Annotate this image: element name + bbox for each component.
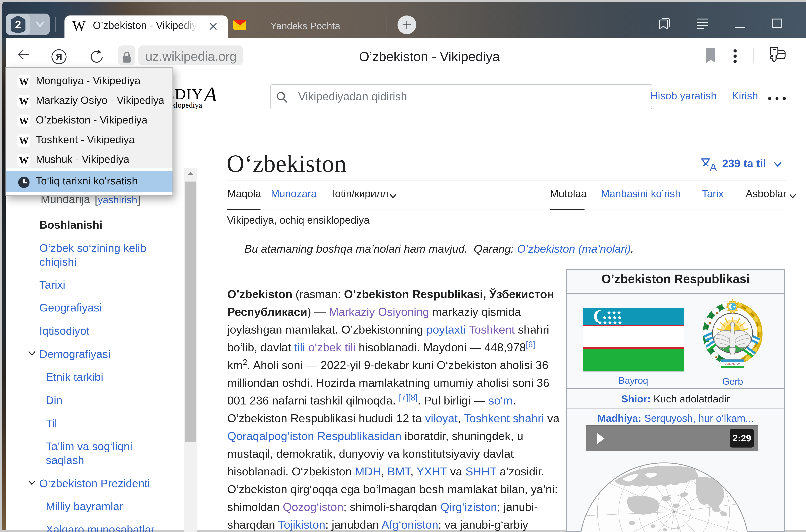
svg-text:Я: Я (56, 52, 62, 61)
svg-text:A: A (710, 161, 717, 172)
svg-text:OʻZBEKISTON: OʻZBEKISTON (725, 362, 741, 365)
svg-text:2: 2 (15, 18, 21, 31)
